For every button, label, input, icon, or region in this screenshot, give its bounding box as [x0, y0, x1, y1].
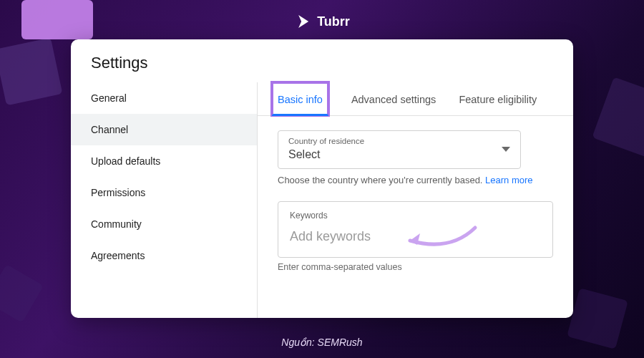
tab-label: Basic info: [278, 94, 323, 105]
sidebar-item-agreements[interactable]: Agreements: [71, 240, 257, 271]
learn-more-link[interactable]: Learn more: [485, 175, 532, 185]
keywords-placeholder: Add keywords: [290, 229, 541, 244]
tab-basic-info[interactable]: Basic info: [272, 82, 328, 115]
tab-label: Feature eligibility: [459, 94, 537, 105]
keywords-helper: Enter comma-separated values: [278, 262, 553, 272]
keywords-field[interactable]: Keywords Add keywords: [278, 201, 553, 258]
sidebar-item-label: Community: [91, 218, 142, 230]
tabs: Basic info Advanced settings Feature eli…: [258, 82, 573, 116]
sidebar-item-label: Upload defaults: [91, 155, 160, 167]
chevron-down-icon: [502, 147, 510, 152]
country-helper: Choose the country where you're currentl…: [278, 175, 553, 185]
sidebar-item-channel[interactable]: Channel: [71, 114, 257, 145]
sidebar-item-community[interactable]: Community: [71, 208, 257, 240]
play-logo-icon: [294, 13, 311, 30]
sidebar-item-general[interactable]: General: [71, 82, 257, 114]
settings-dialog: Settings General Channel Upload defaults…: [71, 39, 573, 318]
brand-name: Tubrr: [317, 14, 350, 29]
sidebar-item-upload-defaults[interactable]: Upload defaults: [71, 145, 257, 177]
tab-feature-eligibility[interactable]: Feature eligibility: [459, 82, 537, 115]
country-value: Select: [288, 148, 320, 160]
sidebar-item-label: Channel: [91, 124, 128, 135]
country-label: Country of residence: [288, 137, 364, 145]
sidebar: General Channel Upload defaults Permissi…: [71, 82, 257, 318]
sidebar-item-label: Agreements: [91, 250, 145, 261]
helper-text: Choose the country where you're currentl…: [278, 175, 485, 185]
page-title: Settings: [71, 39, 573, 82]
sidebar-item-label: Permissions: [91, 187, 145, 198]
content-pane: Basic info Advanced settings Feature eli…: [257, 82, 573, 318]
sidebar-item-permissions[interactable]: Permissions: [71, 177, 257, 208]
source-attribution: Nguồn: SEMRush: [281, 337, 362, 348]
tab-label: Advanced settings: [351, 94, 436, 105]
sidebar-item-label: General: [91, 92, 127, 104]
country-select[interactable]: Country of residence Select: [278, 130, 521, 169]
keywords-label: Keywords: [290, 211, 541, 221]
brand-logo: Tubrr: [294, 13, 350, 30]
tab-advanced-settings[interactable]: Advanced settings: [351, 82, 436, 115]
